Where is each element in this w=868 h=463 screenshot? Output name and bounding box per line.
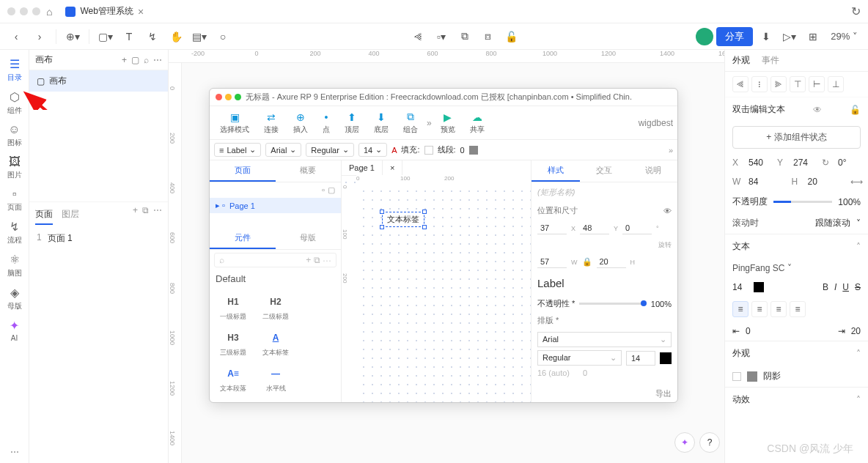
ax-tab-style[interactable]: 样式 xyxy=(532,160,580,182)
align-c-icon[interactable]: ⫶ xyxy=(751,76,768,92)
ax-size[interactable]: 14 ⌄ xyxy=(358,143,387,157)
add-button[interactable]: ⊕▾ xyxy=(62,26,83,47)
ax-tab-outline[interactable]: 概要 xyxy=(276,160,342,182)
rail-flow[interactable]: ↯流程 xyxy=(0,217,29,248)
strike-icon[interactable]: S xyxy=(855,282,861,292)
ax-selected-widget[interactable]: 文本标签 xyxy=(382,212,424,227)
shadow-swatch[interactable] xyxy=(747,371,757,382)
ax-page-item[interactable]: ▸ ▫ Page 1 xyxy=(210,198,341,213)
ax-more-icon[interactable]: » xyxy=(669,146,673,155)
rail-mindmap[interactable]: ⚛脑图 xyxy=(0,250,29,281)
opacity-slider[interactable] xyxy=(773,201,832,203)
text-section[interactable]: 文本˄ xyxy=(725,234,868,259)
appearance-section[interactable]: 外观˄ xyxy=(725,341,868,366)
align-left-icon[interactable]: ≡ xyxy=(732,301,749,317)
rail-pages[interactable]: ▫页面 xyxy=(0,185,29,215)
tab-page[interactable]: 页面 xyxy=(35,205,53,225)
tab-layer[interactable]: 图层 xyxy=(62,205,79,225)
align-t-icon[interactable]: ⊤ xyxy=(790,76,806,92)
effects-section[interactable]: 动效˄ xyxy=(725,387,868,412)
lib-h1[interactable]: H1一级标题 xyxy=(213,290,254,325)
ax-style-name[interactable]: Label xyxy=(532,271,677,295)
ax-spacing[interactable]: 0 xyxy=(583,368,587,377)
layout-icon[interactable]: ⊞ xyxy=(803,26,823,47)
align-m-icon[interactable]: ⊢ xyxy=(809,76,825,92)
ax-weight[interactable]: Regular ⌄ xyxy=(306,143,354,157)
ax-widget-type[interactable]: ≡ Label ⌄ xyxy=(214,143,261,157)
color-swatch[interactable] xyxy=(754,282,764,292)
copy-icon[interactable]: ⧉ xyxy=(142,205,149,225)
help-button[interactable]: ? xyxy=(699,432,720,453)
align-justify-icon[interactable]: ≡ xyxy=(790,301,806,317)
lib-h3[interactable]: H3三级标题 xyxy=(213,326,254,360)
lib-h2[interactable]: H2二级标题 xyxy=(255,290,296,325)
ax-search[interactable]: ⌕+ ⧉ ⋯ xyxy=(214,253,336,267)
ax-rot[interactable]: 0 xyxy=(622,222,652,234)
ax-select-mode[interactable]: ▣选择模式 xyxy=(214,110,255,136)
ax-color-icon[interactable]: A xyxy=(391,146,397,155)
share-button[interactable]: 分享 xyxy=(716,27,753,46)
lib-label[interactable]: A文本标签 xyxy=(255,326,296,360)
refresh-icon[interactable]: ↻ xyxy=(851,4,861,18)
ai-sparkle-button[interactable]: ✦ xyxy=(674,432,695,453)
tab-appearance[interactable]: 外观 xyxy=(732,54,750,67)
ax-user[interactable]: wigdbest xyxy=(639,118,673,128)
ax-tab-widgets[interactable]: 元件 xyxy=(210,228,276,249)
align-left-icon[interactable]: ⫷ xyxy=(408,26,428,47)
more-icon[interactable]: ⋯ xyxy=(153,205,162,225)
ax-point[interactable]: •点 xyxy=(317,110,336,136)
page-row-1[interactable]: 1 页面 1 xyxy=(29,228,168,249)
line-swatch[interactable] xyxy=(469,146,478,155)
close-icon[interactable]: × xyxy=(138,6,144,18)
ax-color[interactable] xyxy=(660,352,672,364)
rect-tool[interactable]: ▢▾ xyxy=(95,26,116,47)
align-b-icon[interactable]: ⊥ xyxy=(828,76,844,92)
ax-group[interactable]: ⧉组合 xyxy=(397,109,424,136)
ax-export[interactable]: 导出 xyxy=(655,388,672,399)
rail-masters[interactable]: ◈母版 xyxy=(0,283,29,314)
add-page-icon[interactable]: + xyxy=(133,205,138,225)
back-button[interactable]: ‹ xyxy=(6,26,26,47)
ax-back[interactable]: ⬇底层 xyxy=(368,110,394,136)
scroll-value[interactable]: 跟随滚动 xyxy=(815,217,850,229)
clip-icon[interactable]: ⧈ xyxy=(478,26,499,47)
link-tool[interactable]: ↯ xyxy=(142,26,163,47)
text-tool[interactable]: T xyxy=(119,26,139,47)
eye-icon[interactable]: 👁 xyxy=(813,105,822,115)
hand-tool[interactable]: ✋ xyxy=(166,26,186,47)
ax-opacity-val[interactable]: 100% xyxy=(651,300,672,308)
ax-line-height[interactable]: 16 (auto) xyxy=(537,368,570,377)
rail-more[interactable]: ⋯ xyxy=(4,441,25,463)
ax-canvas-tab[interactable]: Page 1 xyxy=(342,160,383,175)
eye-icon[interactable]: 👁 xyxy=(663,207,672,215)
home-icon[interactable]: ⌂ xyxy=(46,6,52,18)
opacity-value[interactable]: 100% xyxy=(838,197,861,207)
align-l-icon[interactable]: ⫷ xyxy=(732,76,749,92)
rail-outline[interactable]: ☰目录 xyxy=(0,54,29,86)
align-center-icon[interactable]: ≡ xyxy=(751,301,768,317)
note-tool[interactable]: ▤▾ xyxy=(189,26,210,47)
unlock-icon[interactable]: 🔓 xyxy=(850,105,861,115)
ax-connect[interactable]: ⇄连接 xyxy=(258,110,284,136)
add-state-button[interactable]: + 添加组件状态 xyxy=(732,126,861,149)
shape-tool[interactable]: ○ xyxy=(213,26,233,47)
group-icon[interactable]: ⧉ xyxy=(455,26,475,47)
ax-weight-dd[interactable]: Regular⌄ xyxy=(537,350,622,366)
more-icon[interactable]: ⋯ xyxy=(153,55,162,65)
ax-y[interactable]: 48 xyxy=(580,222,609,234)
ax-font-dd[interactable]: Arial⌄ xyxy=(537,332,672,347)
ax-more-icon[interactable]: » xyxy=(427,118,432,128)
window-controls[interactable] xyxy=(7,7,40,15)
ax-insert[interactable]: ⊕插入 xyxy=(287,110,314,136)
rail-icons[interactable]: ☺图标 xyxy=(0,120,29,151)
fill-swatch[interactable] xyxy=(424,146,433,155)
add-canvas-icon[interactable]: + xyxy=(122,55,127,65)
bold-icon[interactable]: B xyxy=(823,282,828,292)
align-right-icon[interactable]: ≡ xyxy=(770,301,787,317)
chevron-down-icon[interactable]: ˅ xyxy=(856,218,861,229)
folder-icon[interactable]: ▢ xyxy=(328,185,335,195)
constrain-icon[interactable]: ⟷ xyxy=(850,177,861,187)
lock-icon[interactable]: 🔒 xyxy=(582,257,592,267)
tab-events[interactable]: 事件 xyxy=(762,54,779,67)
shadow-checkbox[interactable] xyxy=(732,372,741,381)
